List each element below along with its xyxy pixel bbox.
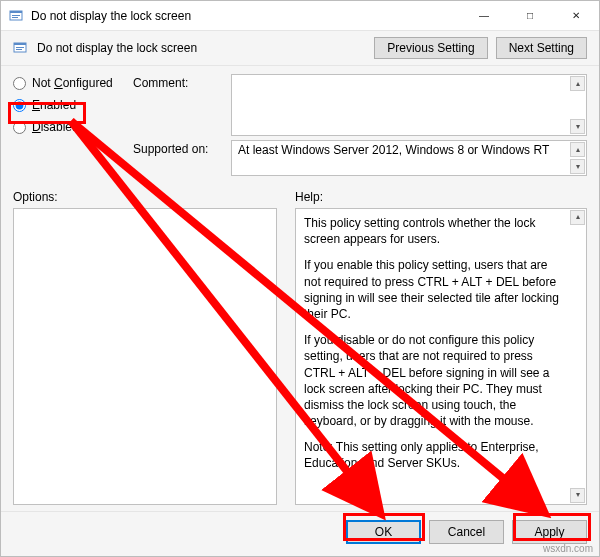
supported-on-text: At least Windows Server 2012, Windows 8 … [238,143,549,157]
options-panel [13,208,277,505]
help-text-p1: This policy setting controls whether the… [304,215,566,247]
options-label: Options: [13,190,277,204]
supported-on-box: At least Windows Server 2012, Windows 8 … [231,140,587,176]
svg-rect-7 [16,49,22,50]
svg-rect-2 [12,15,20,16]
svg-rect-5 [14,43,26,45]
svg-rect-1 [10,11,22,13]
help-text-p2: If you enable this policy setting, users… [304,257,566,322]
radio-enabled-label: Enabled [32,98,76,112]
header-panel: Do not display the lock screen Previous … [1,31,599,66]
comment-label: Comment: [133,74,223,90]
radio-disabled[interactable]: Disabled [13,120,133,134]
radio-disabled-input[interactable] [13,121,26,134]
header-title: Do not display the lock screen [37,41,366,55]
scroll-down-icon[interactable]: ▾ [570,488,585,503]
minimize-button[interactable]: — [461,1,507,31]
cancel-button[interactable]: Cancel [429,520,504,544]
radio-not-configured-label: Not Configured [32,76,113,90]
radio-not-configured[interactable]: Not Configured [13,76,133,90]
maximize-button[interactable]: □ [507,1,553,31]
scroll-down-icon[interactable]: ▾ [570,119,585,134]
titlebar: Do not display the lock screen — □ ✕ [1,1,599,31]
radio-disabled-label: Disabled [32,120,79,134]
ok-button[interactable]: OK [346,520,421,544]
comment-textarea[interactable]: ▴ ▾ [231,74,587,136]
scroll-down-icon[interactable]: ▾ [570,159,585,174]
help-label: Help: [295,190,587,204]
apply-button[interactable]: Apply [512,520,587,544]
policy-editor-window: Do not display the lock screen — □ ✕ Do … [0,0,600,557]
app-icon [9,8,25,24]
footer-panel: OK Cancel Apply [1,511,599,556]
help-text-p4: Note: This setting only applies to Enter… [304,439,566,471]
main-panel: Options: Help: This policy setting contr… [1,184,599,511]
help-panel: This policy setting controls whether the… [295,208,587,505]
supported-on-label: Supported on: [133,140,223,156]
window-title: Do not display the lock screen [31,9,461,23]
options-column: Options: [13,190,277,505]
state-radio-group: Not Configured Enabled Disabled [13,74,133,134]
radio-enabled[interactable]: Enabled [13,98,133,112]
help-text-p3: If you disable or do not configure this … [304,332,566,429]
scroll-up-icon[interactable]: ▴ [570,76,585,91]
close-button[interactable]: ✕ [553,1,599,31]
next-setting-button[interactable]: Next Setting [496,37,587,59]
scroll-up-icon[interactable]: ▴ [570,210,585,225]
policy-icon [13,40,29,56]
radio-enabled-input[interactable] [13,99,26,112]
help-column: Help: This policy setting controls wheth… [295,190,587,505]
config-panel: Not Configured Enabled Disabled Comment:… [1,66,599,184]
scroll-up-icon[interactable]: ▴ [570,142,585,157]
radio-not-configured-input[interactable] [13,77,26,90]
svg-rect-6 [16,47,24,48]
svg-rect-3 [12,17,18,18]
previous-setting-button[interactable]: Previous Setting [374,37,487,59]
